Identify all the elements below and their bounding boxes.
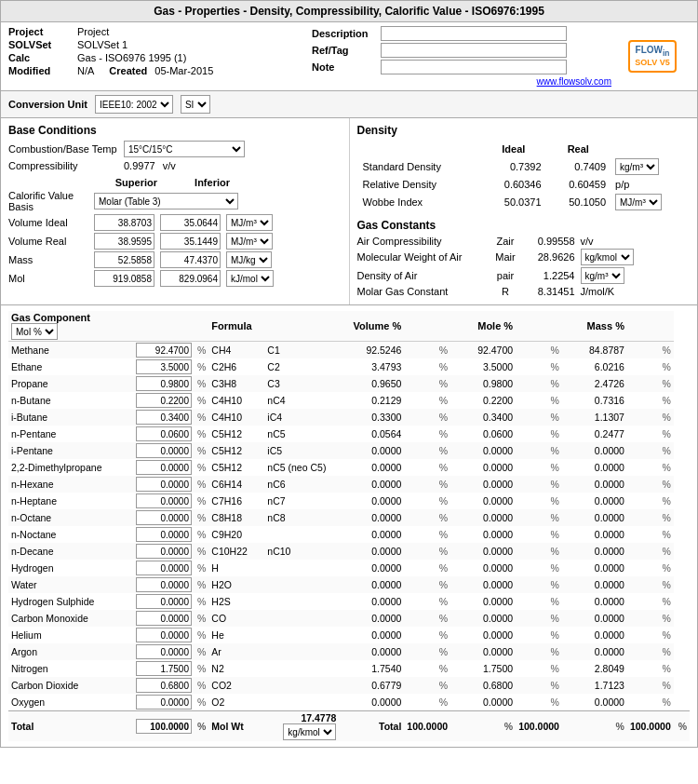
cv-inf-input-0[interactable] bbox=[160, 214, 221, 231]
combustion-select[interactable]: 15°C/15°C bbox=[124, 141, 245, 157]
total-mol-input[interactable] bbox=[136, 719, 192, 734]
calc-row: Calc Gas - ISO6976 1995 (1) bbox=[8, 52, 312, 63]
comp-mol-input-9[interactable] bbox=[136, 493, 192, 508]
comp-vol-5: 0.0564 bbox=[339, 426, 404, 442]
cv-sup-input-3[interactable] bbox=[94, 270, 154, 287]
density-unit-cell-2: MJ/m³ bbox=[611, 193, 688, 211]
density-ideal-0: 0.7392 bbox=[482, 157, 544, 176]
gc-row-3: Molar Gas Constant R 8.31451 J/mol/K bbox=[357, 286, 691, 297]
comp-mol-input-4[interactable] bbox=[136, 410, 192, 425]
note-input[interactable] bbox=[381, 60, 567, 74]
comp-vol-7: 0.0000 bbox=[339, 459, 404, 476]
description-input[interactable] bbox=[381, 26, 567, 41]
comp-formula-10: C8H18 bbox=[208, 509, 264, 526]
comp-mass-pct-2: % bbox=[627, 375, 674, 392]
density-unit-select-0[interactable]: kg/m³ bbox=[615, 158, 659, 175]
cv-sup-input-1[interactable] bbox=[94, 233, 154, 250]
comp-formula-3: C4H10 bbox=[208, 392, 264, 409]
comp-mass-6: 0.0000 bbox=[562, 442, 627, 459]
comp-row-21: Oxygen % O2 0.0000 % 0.0000 % 0.0000 % bbox=[8, 694, 690, 711]
comp-mol-input-2[interactable] bbox=[136, 376, 192, 391]
comp-vol-19: 1.7540 bbox=[339, 660, 404, 677]
gc-rows: Air Compressibility Zair 0.99558 v/v Mol… bbox=[357, 236, 691, 297]
cv-unit-select-1[interactable]: MJ/m³ bbox=[226, 233, 273, 250]
website-link[interactable]: www.flowsolv.com bbox=[312, 76, 615, 87]
description-label: Description bbox=[312, 28, 377, 39]
comp-vol-pct-4: % bbox=[404, 409, 450, 426]
comp-name-21: Oxygen bbox=[8, 694, 129, 711]
comp-pct-1: % bbox=[195, 358, 208, 375]
comp-mol-input-0[interactable] bbox=[136, 343, 192, 358]
comp-formula-2: C3H8 bbox=[208, 375, 264, 392]
cv-basis-select[interactable]: Molar (Table 3) bbox=[94, 193, 238, 210]
comp-pct-19: % bbox=[195, 660, 208, 677]
comp-mass-12: 0.0000 bbox=[562, 543, 627, 560]
comp-mass-19: 2.8049 bbox=[562, 660, 627, 677]
comp-mol-cell-12 bbox=[129, 543, 195, 560]
cv-sup-input-0[interactable] bbox=[94, 214, 154, 231]
density-label-1: Relative Density bbox=[359, 178, 481, 191]
main-content: Base Conditions Combustion/Base Temp 15°… bbox=[0, 118, 698, 305]
comp-formula-17: He bbox=[208, 627, 264, 643]
gc-unit-select-1[interactable]: kg/kmol bbox=[581, 249, 634, 265]
comp-mole-pct-15: % bbox=[516, 593, 562, 610]
comp-formula-6: C5H12 bbox=[208, 442, 264, 459]
created-value: 05-Mar-2015 bbox=[154, 65, 213, 76]
comp-pct-7: % bbox=[195, 459, 208, 476]
comp-vol-8: 0.0000 bbox=[339, 476, 404, 493]
comp-mass-pct-0: % bbox=[627, 342, 674, 359]
cv-unit-select-3[interactable]: kJ/mol bbox=[226, 270, 274, 287]
comp-mol-input-12[interactable] bbox=[136, 544, 192, 559]
comp-mole-16: 0.0000 bbox=[450, 610, 516, 627]
density-unit-select-2[interactable]: MJ/m³ bbox=[615, 194, 662, 210]
cv-sup-input-2[interactable] bbox=[94, 251, 154, 268]
cv-label-0: Volume Ideal bbox=[8, 217, 92, 228]
comp-mol-input-10[interactable] bbox=[136, 510, 192, 525]
comp-vol-pct-16: % bbox=[404, 610, 450, 627]
comp-formula-15: H2S bbox=[208, 593, 264, 610]
comp-mol-input-21[interactable] bbox=[136, 695, 192, 710]
comp-mol-input-11[interactable] bbox=[136, 527, 192, 542]
comp-mol-input-13[interactable] bbox=[136, 561, 192, 575]
gc-unit-select-2[interactable]: kg/m³ bbox=[581, 267, 624, 284]
comp-mol-input-20[interactable] bbox=[136, 678, 192, 693]
density-row-1: Relative Density 0.60346 0.60459 p/p bbox=[359, 178, 689, 191]
comp-name-1: Ethane bbox=[8, 358, 129, 375]
comp-mol-input-8[interactable] bbox=[136, 477, 192, 492]
density-label-2: Wobbe Index bbox=[359, 193, 481, 211]
cv-inf-input-2[interactable] bbox=[160, 251, 221, 268]
comp-mol-input-15[interactable] bbox=[136, 594, 192, 609]
comp-mol-input-1[interactable] bbox=[136, 359, 192, 374]
comp-mol-input-16[interactable] bbox=[136, 611, 192, 626]
cv-inf-input-1[interactable] bbox=[160, 233, 221, 250]
reftag-input[interactable] bbox=[381, 43, 567, 58]
comp-alias-21 bbox=[264, 694, 339, 711]
cv-unit-select-2[interactable]: MJ/kg bbox=[226, 251, 272, 268]
comp-mol-input-19[interactable] bbox=[136, 661, 192, 676]
ieee-select[interactable]: IEEE10: 2002 bbox=[95, 95, 173, 114]
comp-mol-cell-4 bbox=[129, 409, 195, 426]
comp-mass-pct-4: % bbox=[627, 409, 674, 426]
comp-name-14: Water bbox=[8, 576, 129, 593]
comp-mole-pct-14: % bbox=[516, 576, 562, 593]
si-select[interactable]: SI bbox=[181, 95, 210, 114]
cv-unit-select-0[interactable]: MJ/m³ bbox=[226, 214, 273, 231]
comp-name-9: n-Heptane bbox=[8, 493, 129, 509]
comp-mole-19: 1.7500 bbox=[450, 660, 516, 677]
total-molwt-unit-select[interactable]: kg/kmol bbox=[283, 723, 336, 740]
comp-mol-input-6[interactable] bbox=[136, 443, 192, 458]
mol-pct-select[interactable]: Mol % bbox=[11, 323, 58, 340]
cv-inf-input-3[interactable] bbox=[160, 270, 221, 287]
density-title: Density bbox=[357, 124, 691, 137]
comp-mol-input-14[interactable] bbox=[136, 577, 192, 592]
comp-mol-input-7[interactable] bbox=[136, 460, 192, 475]
comp-mol-input-5[interactable] bbox=[136, 426, 192, 441]
comp-mol-input-3[interactable] bbox=[136, 393, 192, 408]
comp-vol-10: 0.0000 bbox=[339, 509, 404, 526]
gc-var-1: Mair bbox=[490, 251, 522, 263]
comp-mol-input-17[interactable] bbox=[136, 628, 192, 642]
comp-mass-pct-18: % bbox=[627, 643, 674, 660]
comp-row-4: i-Butane % C4H10 iC4 0.3300 % 0.3400 % 1… bbox=[8, 409, 690, 426]
comp-name-13: Hydrogen bbox=[8, 560, 129, 576]
comp-mol-input-18[interactable] bbox=[136, 644, 192, 659]
